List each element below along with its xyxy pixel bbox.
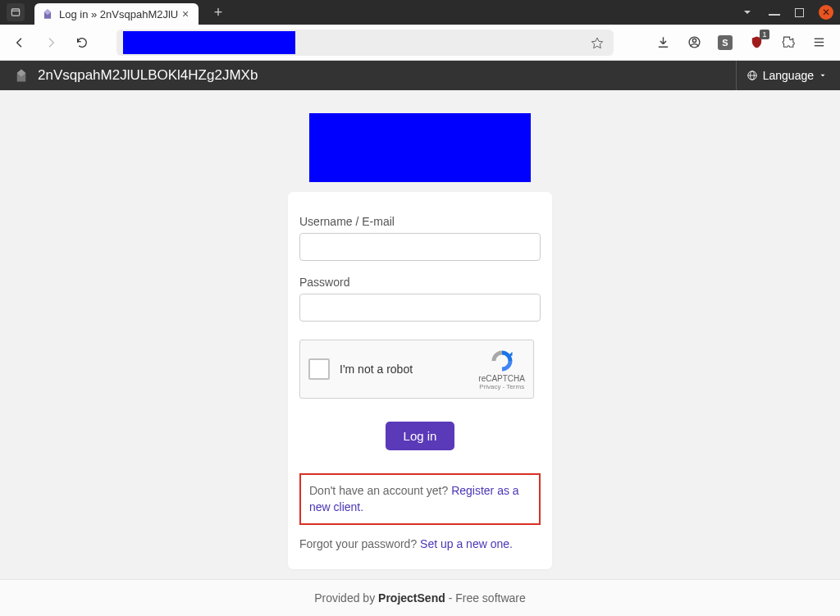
recaptcha-brand: reCAPTCHA Privacy - Terms bbox=[478, 349, 525, 390]
app-header: 2nVsqpahM2JlULBOKl4HZg2JMXb Language bbox=[0, 61, 840, 90]
extension-s-icon[interactable]: S bbox=[714, 31, 737, 54]
footer-brand[interactable]: ProjectSend bbox=[378, 591, 445, 605]
window-controls: ✕ bbox=[741, 5, 833, 20]
url-redacted-block bbox=[123, 31, 295, 54]
page-content: Username / E-mail Password I'm not a rob… bbox=[0, 90, 840, 616]
account-icon[interactable] bbox=[682, 31, 705, 54]
forgot-prompt: Forgot your password? bbox=[299, 537, 420, 550]
nav-forward-button[interactable] bbox=[38, 30, 64, 56]
password-label: Password bbox=[299, 276, 541, 289]
forgot-link[interactable]: Set up a new one. bbox=[420, 537, 513, 550]
language-label: Language bbox=[763, 69, 814, 82]
app-logo-icon bbox=[13, 67, 30, 84]
footer-prefix: Provided by bbox=[314, 591, 378, 605]
recaptcha-icon bbox=[490, 349, 514, 373]
url-bar[interactable] bbox=[116, 30, 614, 56]
tab-favicon-icon bbox=[41, 7, 54, 21]
login-button[interactable]: Log in bbox=[386, 422, 455, 450]
register-prompt: Don't have an account yet? bbox=[309, 484, 451, 497]
nav-back-button[interactable] bbox=[7, 30, 33, 56]
recaptcha-label: I'm not a robot bbox=[340, 363, 478, 376]
register-callout: Don't have an account yet? Register as a… bbox=[299, 473, 541, 525]
bookmark-star-icon[interactable] bbox=[587, 33, 607, 52]
window-close-button[interactable]: ✕ bbox=[819, 5, 833, 20]
window-minimize-button[interactable] bbox=[769, 9, 780, 16]
tab-list-chevron-icon[interactable] bbox=[741, 6, 754, 19]
app-title: 2nVsqpahM2JlULBOKl4HZg2JMXb bbox=[38, 67, 258, 84]
toolbar-right-icons: S 1 bbox=[651, 31, 830, 54]
tab-title: Log in » 2nVsqpahM2JlU bbox=[59, 8, 179, 21]
extensions-puzzle-icon[interactable] bbox=[776, 31, 799, 54]
password-input[interactable] bbox=[299, 294, 541, 322]
nav-reload-button[interactable] bbox=[69, 30, 95, 56]
recaptcha-widget: I'm not a robot reCAPTCHA Privacy - Term… bbox=[299, 340, 534, 399]
footer-suffix: - Free software bbox=[445, 591, 526, 605]
extension-badge: 1 bbox=[760, 30, 769, 39]
tab-close-button[interactable]: × bbox=[179, 7, 192, 21]
brand-logo-block bbox=[309, 113, 531, 182]
new-tab-button[interactable]: + bbox=[210, 4, 226, 21]
recaptcha-checkbox[interactable] bbox=[308, 358, 330, 380]
svg-rect-0 bbox=[11, 9, 19, 16]
svg-point-6 bbox=[692, 39, 696, 42]
app-menu-hamburger-icon[interactable] bbox=[807, 31, 830, 54]
app-menu-icon[interactable] bbox=[7, 3, 25, 21]
footer: Provided by ProjectSend - Free software bbox=[0, 579, 840, 616]
window-maximize-button[interactable] bbox=[795, 8, 804, 17]
window-titlebar: Log in » 2nVsqpahM2JlU × + ✕ bbox=[0, 0, 840, 25]
svg-marker-4 bbox=[591, 38, 602, 48]
language-dropdown[interactable]: Language bbox=[746, 69, 827, 82]
username-input[interactable] bbox=[299, 233, 541, 261]
username-label: Username / E-mail bbox=[299, 215, 541, 228]
chevron-down-icon bbox=[819, 71, 827, 80]
login-card: Username / E-mail Password I'm not a rob… bbox=[288, 192, 552, 569]
browser-tab[interactable]: Log in » 2nVsqpahM2JlU × bbox=[34, 3, 199, 25]
extension-shield-icon[interactable]: 1 bbox=[745, 31, 768, 54]
browser-toolbar: S 1 bbox=[0, 25, 840, 61]
downloads-icon[interactable] bbox=[651, 31, 674, 54]
